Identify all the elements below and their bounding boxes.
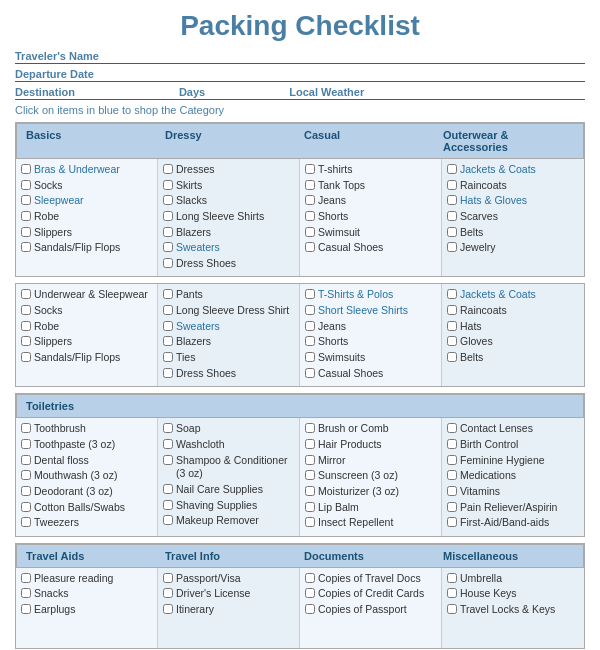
list-item[interactable]: Socks (21, 304, 152, 318)
checklist-checkbox[interactable] (447, 604, 457, 614)
list-item[interactable]: Robe (21, 320, 152, 334)
checklist-checkbox[interactable] (447, 195, 457, 205)
list-item[interactable]: Blazers (163, 226, 294, 240)
checklist-checkbox[interactable] (163, 455, 173, 465)
list-item[interactable]: Driver's License (163, 587, 294, 601)
list-item[interactable]: Sunscreen (3 oz) (305, 469, 436, 483)
checklist-checkbox[interactable] (163, 289, 173, 299)
checklist-checkbox[interactable] (447, 588, 457, 598)
checklist-checkbox[interactable] (21, 423, 31, 433)
checklist-checkbox[interactable] (305, 321, 315, 331)
list-item[interactable]: Deodorant (3 oz) (21, 485, 152, 499)
list-item[interactable]: Hats (447, 320, 579, 334)
checklist-checkbox[interactable] (21, 305, 31, 315)
checklist-checkbox[interactable] (447, 517, 457, 527)
list-item[interactable]: Jackets & Coats (447, 288, 579, 302)
checklist-checkbox[interactable] (305, 352, 315, 362)
list-item[interactable]: Shorts (305, 210, 436, 224)
checklist-checkbox[interactable] (21, 289, 31, 299)
checklist-checkbox[interactable] (163, 227, 173, 237)
checklist-checkbox[interactable] (447, 573, 457, 583)
checklist-checkbox[interactable] (447, 289, 457, 299)
list-item[interactable]: Sweaters (163, 241, 294, 255)
list-item[interactable]: Swimsuits (305, 351, 436, 365)
list-item[interactable]: Jeans (305, 194, 436, 208)
checklist-checkbox[interactable] (305, 164, 315, 174)
checklist-checkbox[interactable] (305, 336, 315, 346)
checklist-checkbox[interactable] (21, 352, 31, 362)
list-item[interactable]: Short Sleeve Shirts (305, 304, 436, 318)
list-item[interactable]: Snacks (21, 587, 152, 601)
list-item[interactable]: Umbrella (447, 572, 579, 586)
checklist-checkbox[interactable] (305, 368, 315, 378)
checklist-checkbox[interactable] (305, 305, 315, 315)
checklist-checkbox[interactable] (21, 242, 31, 252)
checklist-checkbox[interactable] (163, 180, 173, 190)
checklist-checkbox[interactable] (447, 321, 457, 331)
checklist-checkbox[interactable] (305, 195, 315, 205)
checklist-checkbox[interactable] (305, 470, 315, 480)
checklist-checkbox[interactable] (447, 470, 457, 480)
checklist-checkbox[interactable] (447, 211, 457, 221)
list-item[interactable]: Jewelry (447, 241, 579, 255)
checklist-checkbox[interactable] (21, 470, 31, 480)
list-item[interactable]: Makeup Remover (163, 514, 294, 528)
list-item[interactable]: Pants (163, 288, 294, 302)
list-item[interactable]: Slacks (163, 194, 294, 208)
list-item[interactable]: House Keys (447, 587, 579, 601)
list-item[interactable]: Cotton Balls/Swabs (21, 501, 152, 515)
list-item[interactable]: Shaving Supplies (163, 499, 294, 513)
list-item[interactable]: Insect Repellent (305, 516, 436, 530)
list-item[interactable]: Soap (163, 422, 294, 436)
checklist-checkbox[interactable] (21, 211, 31, 221)
checklist-checkbox[interactable] (447, 305, 457, 315)
list-item[interactable]: Scarves (447, 210, 579, 224)
list-item[interactable]: Washcloth (163, 438, 294, 452)
checklist-checkbox[interactable] (163, 515, 173, 525)
checklist-checkbox[interactable] (447, 455, 457, 465)
list-item[interactable]: Slippers (21, 226, 152, 240)
list-item[interactable]: Shampoo & Conditioner (3 oz) (163, 454, 294, 481)
list-item[interactable]: Pleasure reading (21, 572, 152, 586)
list-item[interactable]: Hats & Gloves (447, 194, 579, 208)
checklist-checkbox[interactable] (21, 195, 31, 205)
checklist-checkbox[interactable] (447, 336, 457, 346)
list-item[interactable]: Blazers (163, 335, 294, 349)
list-item[interactable]: Long Sleeve Dress Shirt (163, 304, 294, 318)
list-item[interactable]: Sleepwear (21, 194, 152, 208)
list-item[interactable]: Sweaters (163, 320, 294, 334)
checklist-checkbox[interactable] (447, 352, 457, 362)
checklist-checkbox[interactable] (163, 500, 173, 510)
checklist-checkbox[interactable] (163, 305, 173, 315)
checklist-checkbox[interactable] (305, 455, 315, 465)
list-item[interactable]: Copies of Passport (305, 603, 436, 617)
list-item[interactable]: Jeans (305, 320, 436, 334)
list-item[interactable]: Robe (21, 210, 152, 224)
list-item[interactable]: Tank Tops (305, 179, 436, 193)
list-item[interactable]: Moisturizer (3 oz) (305, 485, 436, 499)
checklist-checkbox[interactable] (163, 195, 173, 205)
checklist-checkbox[interactable] (163, 368, 173, 378)
checklist-checkbox[interactable] (305, 227, 315, 237)
checklist-checkbox[interactable] (305, 573, 315, 583)
list-item[interactable]: Skirts (163, 179, 294, 193)
checklist-checkbox[interactable] (21, 486, 31, 496)
checklist-checkbox[interactable] (447, 423, 457, 433)
checklist-checkbox[interactable] (305, 517, 315, 527)
checklist-checkbox[interactable] (163, 604, 173, 614)
checklist-checkbox[interactable] (21, 588, 31, 598)
list-item[interactable]: Gloves (447, 335, 579, 349)
list-item[interactable]: Slippers (21, 335, 152, 349)
list-item[interactable]: Mouthwash (3 oz) (21, 469, 152, 483)
list-item[interactable]: Travel Locks & Keys (447, 603, 579, 617)
list-item[interactable]: Belts (447, 351, 579, 365)
checklist-checkbox[interactable] (447, 502, 457, 512)
checklist-checkbox[interactable] (305, 289, 315, 299)
checklist-checkbox[interactable] (163, 423, 173, 433)
list-item[interactable]: Birth Control (447, 438, 579, 452)
list-item[interactable]: Dress Shoes (163, 367, 294, 381)
list-item[interactable]: Copies of Credit Cards (305, 587, 436, 601)
list-item[interactable]: Nail Care Supplies (163, 483, 294, 497)
checklist-checkbox[interactable] (21, 604, 31, 614)
checklist-checkbox[interactable] (163, 573, 173, 583)
